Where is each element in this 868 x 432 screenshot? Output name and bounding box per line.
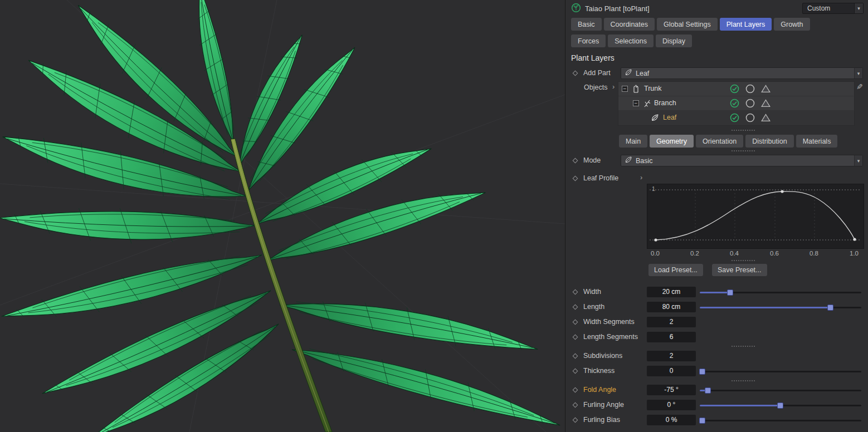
separator: [732, 150, 755, 151]
tab-materials[interactable]: Materials: [796, 135, 838, 148]
visibility-circle-icon[interactable]: [745, 84, 755, 95]
enabled-check-icon[interactable]: [730, 113, 739, 124]
add-part-dropdown[interactable]: Leaf ▾: [621, 67, 863, 79]
thickness-slider[interactable]: [700, 368, 861, 375]
keyframe-diamond-icon[interactable]: [573, 418, 578, 423]
width-slider[interactable]: [700, 289, 861, 296]
keyframe-diamond-icon[interactable]: [573, 71, 578, 76]
x-tick: 1.0: [846, 250, 862, 257]
param-row-thickness: Thickness 0: [565, 364, 868, 379]
tab-orientation[interactable]: Orientation: [696, 135, 743, 148]
tab-global-settings[interactable]: Global Settings: [657, 18, 718, 31]
slider-handle[interactable]: [827, 305, 833, 311]
slider-handle[interactable]: [777, 402, 783, 409]
furling-angle-input[interactable]: 0 °: [647, 400, 696, 410]
objects-label: Objects: [584, 84, 607, 91]
collapse-icon[interactable]: −: [633, 100, 639, 106]
slider-track: [700, 420, 861, 421]
tree-row-branch[interactable]: − Branch: [618, 96, 854, 111]
length-input[interactable]: 80 cm: [647, 302, 696, 312]
visibility-circle-icon[interactable]: [745, 99, 755, 110]
chevron-right-icon[interactable]: ›: [612, 83, 615, 91]
param-row-width: Width 20 cm: [565, 285, 868, 300]
chevron-right-icon[interactable]: ›: [640, 174, 642, 181]
width-segments-input[interactable]: 2: [647, 317, 696, 327]
branch-icon: [643, 99, 651, 110]
keyframe-diamond-icon[interactable]: [573, 402, 578, 408]
slider-track: [700, 371, 861, 372]
tab-display[interactable]: Display: [656, 35, 692, 47]
keyframe-diamond-icon[interactable]: [573, 320, 578, 325]
furling-angle-slider[interactable]: [700, 402, 861, 409]
separator: [732, 380, 755, 381]
separator: [732, 260, 755, 261]
param-label: Width: [583, 288, 601, 296]
tree-item-label: Trunk: [644, 85, 662, 92]
preset-dropdown-value: Custom: [803, 4, 854, 12]
render-triangle-icon[interactable]: [761, 99, 771, 109]
length-slider[interactable]: [700, 304, 861, 311]
width-input[interactable]: 20 cm: [647, 287, 696, 297]
keyframe-diamond-icon[interactable]: [573, 158, 578, 164]
tab-main[interactable]: Main: [619, 135, 647, 148]
param-label: Subdivisions: [583, 352, 622, 360]
keyframe-diamond-icon[interactable]: [573, 335, 578, 340]
tab-coordinates[interactable]: Coordinates: [604, 18, 655, 31]
mode-row: Mode Basic ▾: [565, 155, 868, 168]
add-part-value: Leaf: [636, 70, 649, 77]
mode-label: Mode: [583, 156, 601, 164]
tab-geometry[interactable]: Geometry: [650, 135, 694, 148]
furling-bias-slider[interactable]: [700, 417, 861, 424]
render-triangle-icon[interactable]: [761, 85, 771, 95]
keyframe-diamond-icon[interactable]: [573, 289, 578, 295]
keyframe-diamond-icon[interactable]: [573, 176, 578, 181]
leaf-icon: [625, 68, 632, 78]
chevron-down-icon: ▾: [854, 68, 862, 78]
mode-dropdown[interactable]: Basic ▾: [621, 155, 863, 166]
slider-fill: [700, 292, 730, 293]
attribute-panel: Taiao Plant [toPlant] Custom ▾ Basic Coo…: [565, 0, 868, 432]
keyframe-diamond-icon[interactable]: [573, 354, 578, 359]
save-preset-button[interactable]: Save Preset...: [712, 264, 767, 276]
tab-growth[interactable]: Growth: [774, 18, 810, 31]
slider-handle[interactable]: [727, 289, 733, 296]
curve-x-axis: 0.0 0.2 0.4 0.6 0.8 1.0: [647, 250, 864, 258]
viewport-3d[interactable]: [0, 0, 565, 432]
keyframe-diamond-icon[interactable]: [573, 305, 578, 310]
tab-distribution[interactable]: Distribution: [745, 135, 794, 148]
edit-pencil-icon[interactable]: ✎: [856, 82, 863, 91]
enabled-check-icon[interactable]: [730, 84, 739, 95]
length-segments-input[interactable]: 6: [647, 332, 696, 342]
tab-forces[interactable]: Forces: [571, 35, 606, 47]
leaf-profile-curve-editor[interactable]: 1: [647, 184, 864, 249]
furling-bias-input[interactable]: 0 %: [647, 415, 696, 425]
chevron-down-icon: ▾: [854, 3, 863, 13]
visibility-circle-icon[interactable]: [745, 113, 755, 124]
tree-row-leaf[interactable]: Leaf: [618, 111, 854, 125]
slider-handle[interactable]: [699, 369, 705, 375]
x-tick: 0.2: [687, 250, 703, 257]
tab-row-2: Forces Selections Display: [571, 35, 692, 47]
tree-row-trunk[interactable]: − Trunk: [618, 82, 854, 96]
subdivisions-input[interactable]: 2: [647, 351, 696, 361]
load-preset-button[interactable]: Load Preset...: [648, 264, 703, 276]
param-label: Furling Bias: [583, 416, 620, 424]
curve-canvas: [647, 184, 864, 248]
param-row-fold-angle: Fold Angle -75 °: [565, 383, 868, 398]
preset-dropdown[interactable]: Custom ▾: [802, 3, 864, 14]
param-label: Length Segments: [583, 333, 638, 341]
keyframe-diamond-icon[interactable]: [573, 369, 578, 374]
tab-selections[interactable]: Selections: [608, 35, 654, 47]
thickness-input[interactable]: 0: [647, 366, 696, 376]
render-triangle-icon[interactable]: [761, 114, 771, 124]
tab-basic[interactable]: Basic: [571, 18, 602, 31]
tab-plant-layers[interactable]: Plant Layers: [720, 18, 772, 31]
tree-item-label-selected: Leaf: [663, 114, 676, 121]
slider-handle[interactable]: [699, 418, 705, 424]
enabled-check-icon[interactable]: [730, 99, 739, 110]
slider-handle[interactable]: [705, 387, 711, 394]
keyframe-diamond-icon[interactable]: [573, 387, 578, 393]
fold-angle-slider[interactable]: [700, 387, 861, 394]
fold-angle-input[interactable]: -75 °: [647, 385, 696, 395]
collapse-icon[interactable]: −: [622, 86, 628, 92]
